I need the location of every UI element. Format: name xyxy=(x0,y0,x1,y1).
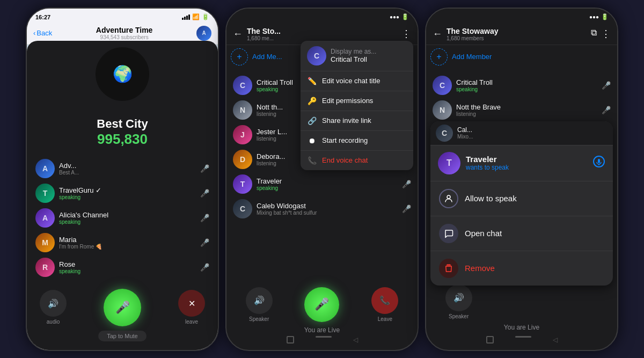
audio-button[interactable]: 🔊 xyxy=(40,290,67,317)
speaker-label: Speaker xyxy=(249,316,269,322)
list-item: C Critical Troll speaking 🎤 xyxy=(430,73,613,98)
channel-sub-1: 934,543 subscribers xyxy=(52,34,196,40)
menu-item-end-chat[interactable]: 📞 End voice chat xyxy=(301,151,413,170)
nav-recent-icon[interactable]: ◁ xyxy=(353,336,358,344)
video-icon[interactable]: ⧉ xyxy=(591,28,597,40)
you-live-label-3: You are Live xyxy=(504,324,539,331)
remove-label: Remove xyxy=(465,264,495,273)
allow-to-speak-action[interactable]: Allow to speak xyxy=(430,181,613,216)
list-item: N Nott the Brave listening 🎤 xyxy=(430,98,613,122)
speaker-button[interactable]: 🔊 xyxy=(246,287,273,314)
menu-item-permissions[interactable]: 🔑 Edit permissions xyxy=(301,91,413,111)
participant-status: Mixing bat sh*t and sulfur xyxy=(257,210,398,216)
participant-status: listening xyxy=(456,111,597,117)
header-center: Adventure Time 934,543 subscribers xyxy=(52,26,196,40)
menu-item-record[interactable]: ⏺ Start recording xyxy=(301,131,413,151)
speaker-btn-group-3: 🔊 Speaker xyxy=(445,284,472,319)
mic-icon: 🎤 xyxy=(402,180,411,188)
edit-icon: ✏️ xyxy=(307,77,317,85)
add-member-row-3[interactable]: + Add Member xyxy=(426,45,617,69)
link-icon: 🔗 xyxy=(307,116,317,125)
leave-button[interactable]: ✕ xyxy=(178,290,205,317)
context-menu: C Display me as... Critical Troll ✏️ Edi… xyxy=(301,41,413,170)
avatar: C xyxy=(233,76,252,95)
more-icon[interactable]: ⋮ xyxy=(401,28,411,40)
phone3-header: ← The Stowaway 1,680 members ⧉ ⋮ xyxy=(426,24,617,45)
participant-status: speaking xyxy=(59,194,196,200)
tap-to-mute[interactable]: Tap to Mute xyxy=(98,331,146,341)
vc-count: 995,830 xyxy=(33,131,211,148)
participant-name: Rose xyxy=(59,260,196,268)
channel-title-1: Adventure Time xyxy=(52,26,196,34)
nav-back-3[interactable] xyxy=(486,336,494,344)
participant-name: Maria xyxy=(59,236,196,244)
participant-name: TravelGuru ✓ xyxy=(59,186,196,194)
key-icon: 🔑 xyxy=(307,97,317,105)
menu-avatar: C xyxy=(307,46,326,65)
mic-icon: 🎤 xyxy=(602,106,611,114)
control-buttons: 🔊 audio 🎤 ✕ leave xyxy=(40,289,205,326)
nav-recent-icon-3[interactable]: ◁ xyxy=(553,336,558,344)
allow-speak-icon xyxy=(439,189,458,208)
phone-2: ●●● 🔋 ← The Sto... 1,680 me... ⋮ + Add M… xyxy=(225,8,419,351)
participant-name: Adv... xyxy=(59,162,196,170)
time-1: 16:27 xyxy=(35,14,50,20)
back-arrow-icon[interactable]: ← xyxy=(233,28,243,40)
bar1 xyxy=(182,18,184,20)
main-container: 16:27 📶 🔋 ‹ Back Adventure Time 934,5 xyxy=(0,0,644,358)
participant-info: Caleb Widogast Mixing bat sh*t and sulfu… xyxy=(257,202,398,216)
mic-icon: 🎤 xyxy=(200,214,209,222)
phone1-controls: 🔊 audio 🎤 ✕ leave Tap to Mute xyxy=(27,282,218,350)
nav-back[interactable] xyxy=(287,336,294,344)
leave-button[interactable]: 📞 xyxy=(371,287,398,314)
mic-icon: 🎤 xyxy=(402,204,411,213)
avatar: A xyxy=(35,208,55,228)
menu-item-edit-title[interactable]: ✏️ Edit voice chat title xyxy=(301,71,413,91)
more-icon-3[interactable]: ⋮ xyxy=(601,28,611,40)
mic-button[interactable]: 🎤 xyxy=(104,289,141,326)
menu-item-invite[interactable]: 🔗 Share invite link xyxy=(301,111,413,131)
remove-action[interactable]: Remove xyxy=(430,251,613,286)
display-as-value: Critical Troll xyxy=(331,55,376,63)
vc-header-area: 🌍 Best City 995,830 xyxy=(33,47,211,148)
avatar: T xyxy=(233,174,252,194)
remove-icon-btn xyxy=(439,259,458,278)
nav-home[interactable] xyxy=(316,336,332,338)
status-bar-3: ●●● 🔋 xyxy=(426,9,617,24)
list-item: T Traveler speaking 🎤 xyxy=(231,172,413,196)
back-arrow-icon-3[interactable]: ← xyxy=(433,28,442,40)
speaker-button-3[interactable]: 🔊 xyxy=(445,284,472,311)
menu-item-label: Edit permissions xyxy=(322,97,373,105)
open-chat-action[interactable]: Open chat xyxy=(430,216,613,251)
wifi-icon-3: ●●● xyxy=(589,14,599,20)
add-member-label: Add Me... xyxy=(252,53,282,61)
record-icon: ⏺ xyxy=(307,136,317,145)
chat-icon-btn xyxy=(439,224,458,243)
participant-status: speaking xyxy=(59,268,196,274)
list-item: M Maria I'm from Rome 🍕 🎤 xyxy=(33,230,211,255)
participant-status: Best A... xyxy=(59,170,196,176)
avatar: N xyxy=(233,100,252,120)
participant-info: Alicia's Channel speaking xyxy=(59,211,196,225)
avatar: D xyxy=(233,150,252,169)
participant-status: Mixo... xyxy=(457,134,473,140)
back-button[interactable]: ‹ Back xyxy=(33,29,52,37)
mic-icon: 🎤 xyxy=(200,189,209,198)
popup-card: C Cal... Mixo... T Traveler wants to spe… xyxy=(430,121,613,286)
mic-icon: 🎤 xyxy=(200,164,209,173)
member-count-2: 1,680 me... xyxy=(247,35,281,41)
list-item: C Caleb Widogast Mixing bat sh*t and sul… xyxy=(231,196,413,221)
nav-home-3[interactable] xyxy=(515,336,531,338)
list-item: R Rose speaking 🎤 xyxy=(33,255,211,280)
back-chevron-icon: ‹ xyxy=(33,29,35,37)
channel-info: The Sto... 1,680 me... xyxy=(247,27,281,41)
phone2-btn-row: 🔊 Speaker 🎤 📞 Leave xyxy=(246,287,399,322)
leave-label: leave xyxy=(185,319,198,325)
participant-status: speaking xyxy=(456,86,597,92)
participant-name: Alicia's Channel xyxy=(59,211,196,219)
mic-main-button[interactable]: 🎤 xyxy=(304,287,339,322)
phone-3: ●●● 🔋 ← The Stowaway 1,680 members ⧉ ⋮ +… xyxy=(425,8,618,351)
header-avatar: A xyxy=(196,26,211,41)
status-bar-2: ●●● 🔋 xyxy=(226,9,418,24)
list-item: A Alicia's Channel speaking 🎤 xyxy=(33,206,211,230)
